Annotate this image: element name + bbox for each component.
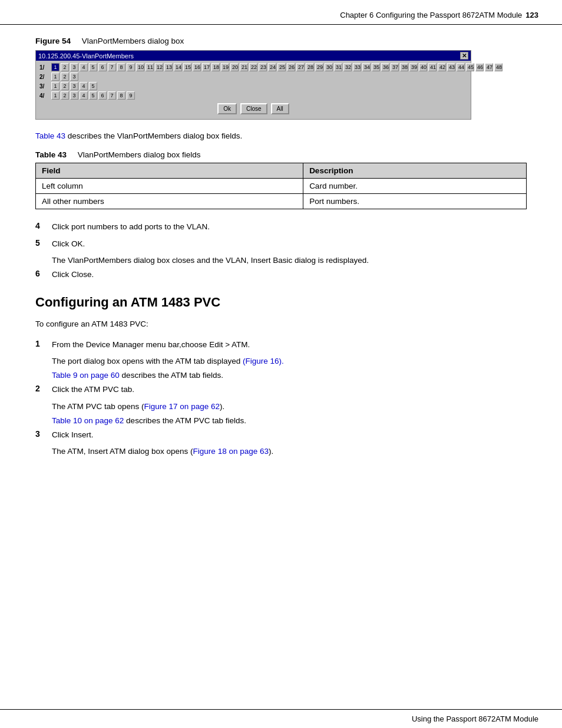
dialog-num-btn[interactable]: 2 [61, 63, 69, 71]
dialog-num-btn[interactable]: 36 [381, 63, 389, 71]
figure16-link[interactable]: (Figure 16). [243, 357, 284, 365]
dialog-num-btn[interactable]: 38 [400, 63, 408, 71]
dialog-num-btn[interactable]: 1 [51, 73, 59, 81]
dialog-num-btn[interactable]: 7 [108, 91, 116, 100]
step-number-1: 1 [35, 339, 52, 348]
table9-link[interactable]: Table 9 on page 60 [52, 371, 120, 380]
dialog-num-btn[interactable]: 26 [287, 63, 295, 71]
dialog-num-btn[interactable]: 5 [89, 91, 97, 100]
dialog-box-wrapper: 10.125.200.45-VlanPortMembers ✕ 1/ 1 2 3… [35, 50, 471, 120]
dialog-num-btn[interactable]: 25 [277, 63, 286, 71]
dialog-num-btn[interactable]: 23 [259, 63, 267, 71]
dialog-num-btn[interactable]: 41 [428, 63, 437, 71]
dialog-num-btn[interactable]: 14 [174, 63, 182, 71]
table-header-row: Field Description [36, 163, 527, 179]
dialog-num-btn[interactable]: 13 [164, 63, 173, 71]
dialog-num-btn[interactable]: 33 [353, 63, 361, 71]
dialog-num-btn[interactable]: 46 [475, 63, 484, 71]
dialog-num-btn[interactable]: 18 [211, 63, 220, 71]
dialog-num-btn[interactable]: 40 [419, 63, 427, 71]
dialog-num-btn[interactable]: 4 [80, 82, 88, 90]
dialog-num-btn[interactable]: 3 [70, 91, 78, 100]
dialog-close-button[interactable]: ✕ [460, 52, 468, 60]
dialog-ok-button[interactable]: Ok [217, 103, 237, 114]
step-number-4: 4 [35, 221, 52, 230]
dialog-num-btn[interactable]: 11 [146, 63, 154, 71]
step2-subtext1: The ATM PVC tab opens (Figure 17 on page… [52, 401, 527, 413]
table10-link[interactable]: Table 10 on page 62 [52, 416, 124, 425]
dialog-num-btn[interactable]: 16 [193, 63, 201, 71]
dialog-num-btn[interactable]: 3 [70, 82, 78, 90]
step-item-3: 3 Click Insert. [35, 429, 527, 441]
dialog-num-btn[interactable]: 37 [391, 63, 399, 71]
dialog-num-btn[interactable]: 8 [117, 63, 125, 71]
dialog-num-btn[interactable]: 5 [89, 63, 97, 71]
section-steps: 1 From the Device Manager menu bar,choos… [35, 339, 527, 458]
dialog-num-btn[interactable]: 2 [61, 82, 69, 90]
dialog-num-btn[interactable]: 9 [127, 63, 135, 71]
dialog-num-btn[interactable]: 34 [362, 63, 371, 71]
dialog-num-btn[interactable]: 31 [334, 63, 342, 71]
dialog-num-btn[interactable]: 3 [70, 73, 78, 81]
step-item-6: 6 Click Close. [35, 269, 527, 281]
dialog-num-btn[interactable]: 1 [51, 82, 59, 90]
table43-ref-text: Table 43 describes the VlanPortMembers d… [35, 130, 527, 142]
row-label-2: 2/ [39, 74, 50, 80]
dialog-num-btn[interactable]: 29 [315, 63, 323, 71]
dialog-num-btn[interactable]: 6 [98, 91, 107, 100]
dialog-row-1: 1/ 1 2 3 4 5 6 7 8 9 10 11 12 13 14 15 1 [39, 63, 467, 71]
dialog-num-btn[interactable]: 2 [61, 73, 69, 81]
dialog-num-btn[interactable]: 47 [485, 63, 493, 71]
dialog-num-btn[interactable]: 6 [98, 63, 107, 71]
dialog-num-btn[interactable]: 8 [117, 91, 125, 100]
dialog-num-btn[interactable]: 15 [183, 63, 191, 71]
step-number-3: 3 [35, 429, 52, 439]
dialog-num-btn[interactable]: 4 [80, 63, 88, 71]
dialog-num-btn[interactable]: 21 [240, 63, 248, 71]
step1-subtext1: The port dialog box opens with the ATM t… [52, 355, 527, 367]
dialog-num-btn[interactable]: 5 [89, 82, 97, 90]
figure17-link[interactable]: Figure 17 on page 62 [144, 402, 220, 411]
dialog-num-btn[interactable]: 30 [325, 63, 333, 71]
dialog-num-btn[interactable]: 42 [438, 63, 446, 71]
dialog-num-btn[interactable]: 28 [306, 63, 314, 71]
dialog-num-btn[interactable]: 4 [80, 91, 88, 100]
step-number-5: 5 [35, 238, 52, 248]
figure18-link[interactable]: Figure 18 on page 63 [193, 447, 269, 456]
dialog-close-btn[interactable]: Close [240, 103, 267, 114]
chapter-header-text: Chapter 6 Configuring the Passport 8672A… [340, 11, 522, 19]
dialog-num-btn[interactable]: 2 [61, 91, 69, 100]
step-content-2: Click the ATM PVC tab. [52, 384, 527, 396]
table43-link[interactable]: Table 43 [35, 131, 68, 140]
table-cell-desc: Port numbers. [303, 194, 527, 209]
step-content-3: Click Insert. [52, 429, 527, 441]
dialog-num-btn[interactable]: 1 [51, 91, 59, 100]
table-row: All other numbers Port numbers. [36, 194, 527, 209]
dialog-num-btn[interactable]: 35 [372, 63, 380, 71]
step5-subtext: The VlanPortMembers dialog box closes an… [52, 255, 527, 266]
dialog-num-btn[interactable]: 19 [221, 63, 229, 71]
dialog-num-btn[interactable]: 3 [70, 63, 78, 71]
dialog-num-btn[interactable]: 10 [136, 63, 144, 71]
dialog-num-btn[interactable]: 44 [457, 63, 465, 71]
dialog-num-btn[interactable]: 24 [268, 63, 276, 71]
dialog-num-btn[interactable]: 32 [343, 63, 352, 71]
step-item-1: 1 From the Device Manager menu bar,choos… [35, 339, 527, 351]
dialog-num-btn[interactable]: 12 [155, 63, 163, 71]
dialog-num-btn[interactable]: 48 [494, 63, 503, 71]
dialog-num-btn[interactable]: 20 [230, 63, 239, 71]
step-item-2: 2 Click the ATM PVC tab. [35, 384, 527, 396]
dialog-num-btn[interactable]: 39 [409, 63, 418, 71]
dialog-num-btn[interactable]: 45 [466, 63, 474, 71]
dialog-num-btn[interactable]: 22 [249, 63, 257, 71]
dialog-num-btn[interactable]: 7 [108, 63, 116, 71]
table-cell-field: All other numbers [36, 194, 303, 209]
dialog-num-btn[interactable]: 17 [202, 63, 210, 71]
step2-subtext2: Table 10 on page 62 describes the ATM PV… [52, 415, 527, 427]
dialog-num-btn[interactable]: 27 [296, 63, 305, 71]
dialog-row-4: 4/ 1 2 3 4 5 6 7 8 9 [39, 91, 467, 100]
dialog-num-btn[interactable]: 1 [51, 63, 59, 71]
dialog-num-btn[interactable]: 9 [127, 91, 135, 100]
dialog-num-btn[interactable]: 43 [447, 63, 455, 71]
dialog-all-button[interactable]: All [271, 103, 289, 114]
